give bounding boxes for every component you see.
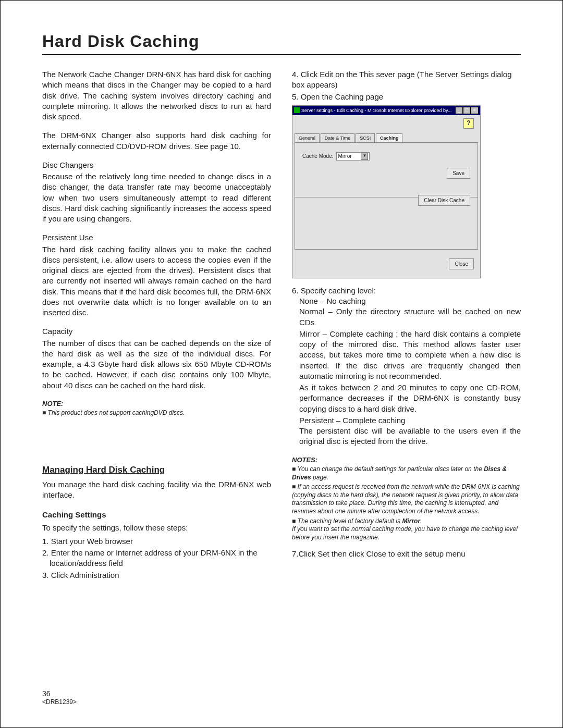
notes-item-3: The caching level of factory default is … [292, 517, 521, 542]
clear-disk-cache-button[interactable]: Clear Disk Cache [418, 195, 470, 206]
minimize-button[interactable]: _ [455, 107, 463, 114]
intro-p2: The DRM-6NX Changer also supports hard d… [42, 130, 271, 152]
step-4: 4. Click Edit on the This sever page (Th… [292, 69, 521, 91]
notes-heading: NOTES: [292, 455, 521, 465]
close-window-button[interactable]: × [471, 107, 479, 114]
page-number: 36 [42, 689, 77, 698]
cache-mode-row: Cache Mode: Mirror ▼ [302, 152, 470, 161]
tab-date-time[interactable]: Date & Time [321, 133, 355, 142]
dialog-screenshot: Server settings - Edit Caching - Microso… [292, 105, 481, 278]
p-caching-settings: To specify the settings, follow these st… [42, 523, 271, 533]
heading-managing: Managing Hard Disk Caching [42, 464, 271, 476]
intro-p1: The Network Cache Changer DRN-6NX has ha… [42, 69, 271, 122]
doc-id: <DRB1239> [42, 698, 77, 707]
maximize-button[interactable]: □ [463, 107, 471, 114]
level-persistent-2: The persistent disc will be available to… [299, 426, 521, 447]
left-column: The Network Cache Changer DRN-6NX has ha… [42, 69, 271, 582]
cache-mode-value: Mirror [338, 153, 351, 160]
dialog-title: Server settings - Edit Caching - Microso… [301, 107, 454, 114]
window-buttons: _ □ × [455, 107, 479, 114]
step-5: 5. Open the Caching page [292, 92, 521, 102]
dropdown-arrow-icon: ▼ [361, 153, 368, 160]
p-capacity: The number of discs that can be cached d… [42, 338, 271, 391]
tab-general[interactable]: General [295, 133, 320, 142]
save-button[interactable]: Save [447, 168, 470, 179]
step-7: 7.Click Set then click Close to exit the… [292, 549, 521, 559]
level-mirror: Mirror – Complete caching ; the hard dis… [299, 329, 521, 381]
page-footer: 36 <DRB1239> [42, 689, 77, 707]
heading-capacity: Capacity [42, 326, 271, 337]
steps-list: 1. Start your Web browser 2. Enter the n… [42, 536, 271, 581]
dialog-titlebar: Server settings - Edit Caching - Microso… [292, 106, 480, 115]
notes-item-2: If an access request is received from th… [292, 483, 521, 515]
step-3: 3. Click Administration [42, 570, 271, 581]
notes-item-1: You can change the default settings for … [292, 465, 521, 482]
step-2: 2. Enter the name or Internet address of… [42, 548, 271, 569]
step-6: 6. Specify caching level: [292, 286, 521, 296]
cache-mode-select[interactable]: Mirror ▼ [336, 152, 370, 161]
level-normal: Normal – Only the directory structure wi… [299, 306, 521, 328]
note-heading: NOTE: [42, 399, 271, 409]
app-icon [294, 107, 300, 113]
page: Hard Disk Caching The Network Cache Chan… [0, 0, 563, 728]
dialog-body: ? General Date & Time SCSI Caching Cache… [292, 115, 480, 279]
note-list: This product does not support cachingDVD… [42, 409, 271, 417]
tab-scsi[interactable]: SCSI [356, 133, 375, 142]
columns: The Network Cache Changer DRN-6NX has ha… [42, 69, 521, 582]
tab-strip: General Date & Time SCSI Caching [295, 133, 478, 143]
heading-persistent-use: Persistent Use [42, 232, 271, 243]
step-1: 1. Start your Web browser [42, 536, 271, 547]
level-persistent: Persistent – Complete caching [299, 415, 521, 426]
level-none: None – No caching [299, 296, 521, 306]
help-icon[interactable]: ? [463, 118, 474, 129]
heading-disc-changers: Disc Changers [42, 160, 271, 170]
p-disc-changers: Because of the relatively long time need… [42, 171, 271, 224]
p-persistent-use: The hard disk caching facility allows yo… [42, 244, 271, 318]
title-rule [42, 54, 521, 55]
p-managing: You manage the hard disk caching facilit… [42, 479, 271, 501]
close-button[interactable]: Close [449, 258, 474, 269]
level-mirror-2: As it takes between 2 and 20 minutes to … [299, 382, 521, 414]
notes-list: You can change the default settings for … [292, 465, 521, 541]
page-title: Hard Disk Caching [42, 32, 521, 51]
heading-caching-settings: Caching Settings [42, 510, 271, 520]
cache-mode-label: Cache Mode: [302, 153, 333, 160]
tab-caching[interactable]: Caching [376, 133, 403, 142]
right-column: 4. Click Edit on the This sever page (Th… [292, 69, 521, 582]
tab-panel: Cache Mode: Mirror ▼ Save Clear Disk Cac… [295, 143, 478, 250]
note-item: This product does not support cachingDVD… [42, 409, 271, 417]
